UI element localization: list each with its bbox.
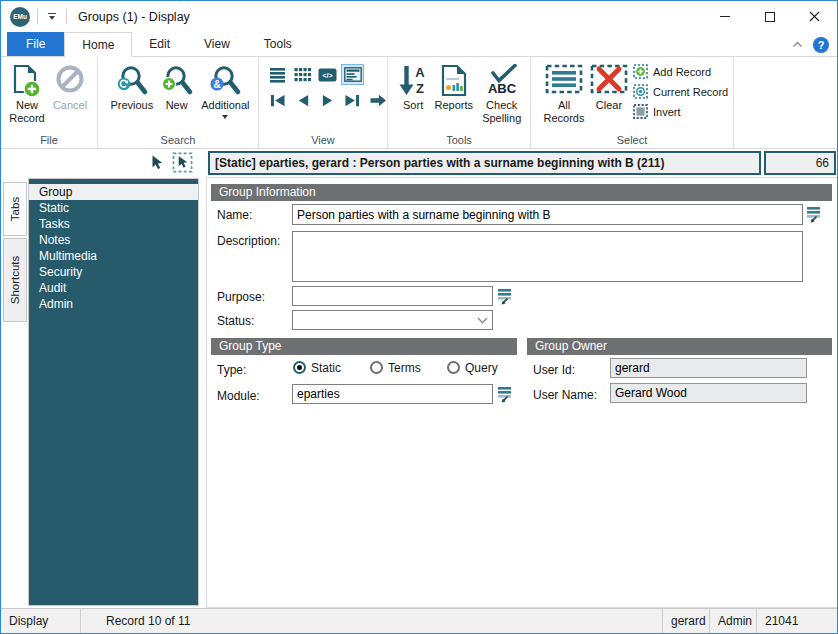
purpose-input[interactable] [292,286,493,306]
check-spelling-button[interactable]: ABC Check Spelling [476,61,527,126]
group-label-view: View [259,134,387,146]
description-input[interactable] [292,231,803,282]
svg-text:Z: Z [416,81,424,96]
chevron-down-icon [477,317,488,324]
collapse-ribbon-icon[interactable] [792,41,803,48]
module-label: Module: [217,389,260,403]
minimize-icon [720,16,730,17]
previous-record-button[interactable] [291,90,314,111]
user-name-input [610,383,807,403]
sort-button[interactable]: A Z Sort [395,61,431,113]
maximize-button[interactable] [747,1,792,32]
sidebar-item-group[interactable]: Group [29,184,198,200]
previous-record-icon [295,93,311,108]
invert-selection-button[interactable]: Invert [633,103,728,120]
main-area: Tabs Shortcuts Group Static Tasks Notes … [1,177,837,610]
svg-text:&: & [214,79,221,90]
radio-terms-control [370,361,383,374]
details-view-button[interactable] [341,64,364,85]
sidebar-item-tasks[interactable]: Tasks [29,216,198,232]
radio-query-control [447,361,460,374]
group-label-tools: Tools [388,134,530,146]
minimize-button[interactable] [702,1,747,32]
goto-record-button[interactable] [366,90,389,111]
help-icon[interactable]: ? [813,37,829,53]
tab-edit[interactable]: Edit [132,32,187,56]
pointer-icon[interactable] [149,154,163,171]
add-record-button[interactable]: Add Record [633,63,728,80]
radio-static-control [293,361,306,374]
code-view-icon: </> [318,68,337,82]
quick-access-dropdown-icon[interactable] [45,13,59,21]
statusbar-code: 21041 [756,609,837,633]
list-view-icon [269,67,287,83]
reports-button[interactable]: Reports [431,61,476,113]
list-view-button[interactable] [266,64,289,85]
status-label: Status: [217,314,254,328]
group-label-select: Select [531,134,733,146]
purpose-lookup-icon[interactable] [497,287,512,305]
form-area: Group Information Name: Description: Pur… [206,177,838,608]
section-header-group-type: Group Type [211,338,517,355]
sidebar-item-multimedia[interactable]: Multimedia [29,248,198,264]
purpose-label: Purpose: [217,290,265,304]
sidebar-item-audit[interactable]: Audit [29,280,198,296]
close-icon [809,11,820,22]
page-view-button[interactable]: </> [316,64,339,85]
tab-file[interactable]: File [7,32,64,56]
tab-tools[interactable]: Tools [247,32,309,56]
close-button[interactable] [792,1,837,32]
sort-icon: A Z [398,62,428,99]
marquee-select-icon[interactable] [172,152,193,173]
next-record-button[interactable] [316,90,339,111]
tab-list-sidebar: Group Static Tasks Notes Multimedia Secu… [28,178,199,606]
vertical-tab-tabs[interactable]: Tabs [3,182,27,236]
radio-query[interactable]: Query [447,360,498,375]
name-lookup-icon[interactable] [806,205,821,223]
tab-view[interactable]: View [187,32,247,56]
ribbon-group-search: Previous New [98,57,259,148]
group-label-search: Search [98,134,258,146]
sidebar-item-notes[interactable]: Notes [29,232,198,248]
user-name-label: User Name: [533,388,597,402]
record-summary: [Static] eparties, gerard : Person parti… [208,151,761,175]
sidebar-item-admin[interactable]: Admin [29,296,198,312]
maximize-icon [765,12,775,22]
goto-record-icon [368,93,388,108]
new-search-icon [160,62,194,99]
window-title: Groups (1) - Display [78,10,190,24]
radio-static[interactable]: Static [293,360,341,375]
module-lookup-icon[interactable] [497,385,512,403]
group-label-file: File [1,134,97,146]
last-record-button[interactable] [341,90,364,111]
clear-selection-button[interactable]: Clear [589,61,629,113]
vertical-tab-shortcuts[interactable]: Shortcuts [3,238,27,322]
user-id-input [610,358,807,378]
title-bar: EMu Groups (1) - Display [1,1,837,32]
new-record-button[interactable]: New Record [4,61,50,126]
current-record-button[interactable]: Current Record [633,83,728,100]
cancel-button[interactable]: Cancel [50,61,90,113]
check-spelling-icon: ABC [484,62,520,99]
last-record-icon [343,93,362,108]
sidebar-item-security[interactable]: Security [29,264,198,280]
app-window: EMu Groups (1) - Display File Home Edit … [0,0,838,634]
statusbar-record-position: Record 10 of 11 [81,609,662,633]
contact-sheet-view-button[interactable] [291,64,314,85]
additional-search-button[interactable]: & Additional [196,61,255,120]
status-dropdown[interactable] [292,310,493,330]
sidebar-item-static[interactable]: Static [29,200,198,216]
all-records-button[interactable]: All Records [539,61,589,126]
name-input[interactable] [292,204,803,225]
emu-app-icon[interactable]: EMu [10,7,30,27]
name-label: Name: [217,208,252,222]
first-record-button[interactable] [266,90,289,111]
additional-dropdown-caret [222,115,228,119]
new-search-button[interactable]: New [158,61,196,113]
all-records-icon [545,62,583,99]
next-record-icon [320,93,336,108]
previous-search-button[interactable]: Previous [106,61,158,113]
module-input[interactable] [292,384,493,404]
radio-terms[interactable]: Terms [370,360,421,375]
tab-home[interactable]: Home [64,32,132,57]
